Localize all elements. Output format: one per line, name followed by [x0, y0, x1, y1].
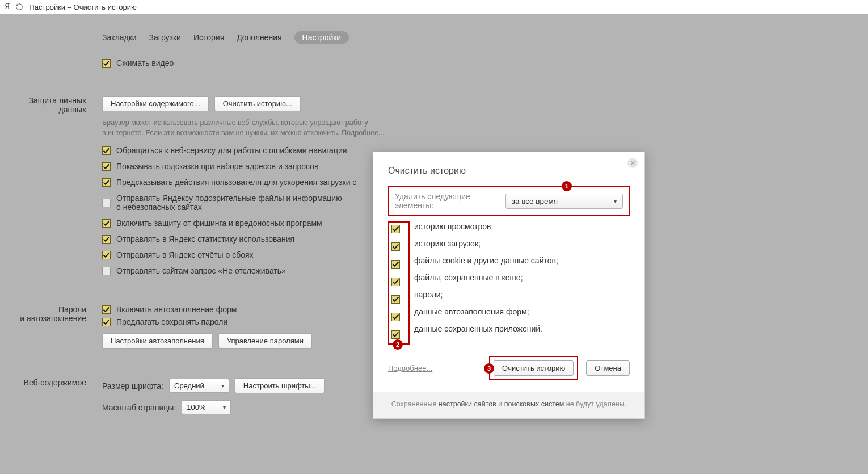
- dialog-checkbox-5[interactable]: [391, 313, 400, 321]
- page-zoom-select[interactable]: 100% ▾: [182, 400, 230, 414]
- dialog-title: Очистить историю: [388, 166, 630, 176]
- privacy-option-label: Отправлять в Яндекс отчёты о сбоях: [116, 250, 254, 259]
- dialog-checkbox-0[interactable]: [391, 225, 400, 233]
- highlight-box-1: 1 Удалить следующие элементы: за все вре…: [388, 186, 630, 216]
- highlight-box-3: 3 Очистить историю: [489, 356, 578, 380]
- privacy-more-link[interactable]: Подробнее...: [342, 129, 384, 137]
- clear-history-button[interactable]: Очистить историю...: [214, 96, 301, 111]
- close-icon[interactable]: ✕: [627, 158, 638, 168]
- delete-elements-label: Удалить следующие элементы:: [395, 192, 498, 210]
- browser-logo: Я: [5, 2, 10, 11]
- highlight-box-2: 2: [388, 221, 410, 345]
- page-zoom-label: Масштаб страницы:: [102, 403, 176, 412]
- dialog-checkbox-2[interactable]: [391, 260, 400, 269]
- tabs-row: ЗакладкиЗагрузкиИсторияДополненияНастрой…: [102, 31, 868, 44]
- content-settings-button[interactable]: Настройки содержимого...: [102, 96, 209, 111]
- page-title: Настройки – Очистить историю: [29, 3, 136, 11]
- dialog-option-label: пароли;: [414, 290, 558, 299]
- tab-история[interactable]: История: [193, 33, 224, 42]
- tab-закладки[interactable]: Закладки: [102, 33, 137, 42]
- privacy-option-label: Показывать подсказки при наборе адресов …: [116, 162, 318, 171]
- font-size-label: Размер шрифта:: [102, 381, 163, 391]
- passwords-section-label: Пароли и автозаполнение: [17, 305, 102, 355]
- autofill-settings-button[interactable]: Настройки автозаполнения: [102, 333, 213, 349]
- clear-history-dialog: ✕ Очистить историю 1 Удалить следующие э…: [373, 152, 645, 419]
- privacy-option-label: Отправлять сайтам запрос «Не отслеживать…: [116, 266, 286, 275]
- compress-video-label: Сжимать видео: [116, 58, 174, 68]
- address-bar: Я Настройки – Очистить историю: [0, 0, 868, 14]
- privacy-checkbox-3[interactable]: [102, 199, 111, 207]
- tab-дополнения[interactable]: Дополнения: [237, 33, 281, 42]
- chevron-down-icon: ▾: [223, 404, 226, 410]
- privacy-checkbox-4[interactable]: [102, 219, 111, 228]
- annotation-marker-2: 2: [393, 339, 403, 350]
- time-range-select[interactable]: за все время ▾: [505, 194, 623, 209]
- dialog-option-label: данные автозаполнения форм;: [414, 307, 558, 316]
- annotation-marker-3: 3: [484, 363, 494, 374]
- manage-passwords-button[interactable]: Управление паролями: [218, 333, 312, 349]
- dialog-option-label: историю просмотров;: [414, 222, 558, 231]
- annotation-marker-1: 1: [562, 181, 572, 191]
- privacy-checkbox-0[interactable]: [102, 146, 111, 155]
- font-size-select[interactable]: Средний ▾: [169, 379, 229, 393]
- checkbox-autofill[interactable]: [102, 305, 111, 314]
- privacy-checkbox-5[interactable]: [102, 235, 111, 244]
- privacy-checkbox-6[interactable]: [102, 251, 111, 259]
- dialog-footer-note: Сохраненные настройки сайтов и поисковых…: [373, 392, 644, 418]
- dialog-clear-button[interactable]: Очистить историю: [494, 360, 574, 376]
- dialog-cancel-button[interactable]: Отмена: [586, 360, 630, 376]
- dialog-checkbox-3[interactable]: [391, 278, 400, 286]
- dialog-option-label: данные сохранённых приложений.: [414, 324, 558, 333]
- privacy-option-label: Обращаться к веб-сервису для работы с ош…: [116, 146, 347, 155]
- chevron-down-icon: ▾: [614, 198, 617, 204]
- privacy-section-label: Защита личных данных: [17, 96, 102, 282]
- chevron-down-icon: ▾: [221, 383, 224, 389]
- tab-загрузки[interactable]: Загрузки: [149, 33, 181, 42]
- save-passwords-label: Предлагать сохранять пароли: [116, 317, 227, 326]
- configure-fonts-button[interactable]: Настроить шрифты...: [235, 378, 325, 393]
- privacy-option-label: Предсказывать действия пользователя для …: [116, 178, 356, 187]
- dialog-option-label: историю загрузок;: [414, 239, 558, 248]
- tab-настройки[interactable]: Настройки: [294, 31, 349, 44]
- reload-icon[interactable]: [15, 3, 23, 11]
- checkbox-save-passwords[interactable]: [102, 318, 111, 326]
- autofill-label: Включить автозаполнение форм: [116, 305, 237, 314]
- privacy-checkbox-1[interactable]: [102, 162, 111, 171]
- dialog-option-label: файлы, сохранённые в кеше;: [414, 273, 558, 282]
- dialog-checkbox-1[interactable]: [391, 242, 400, 251]
- privacy-checkbox-2[interactable]: [102, 178, 111, 187]
- dialog-checkbox-6[interactable]: [391, 330, 400, 339]
- dialog-more-link[interactable]: Подробнее...: [388, 364, 432, 372]
- checkbox-compress-video[interactable]: [102, 59, 111, 68]
- dialog-option-label: файлы cookie и другие данные сайтов;: [414, 256, 558, 265]
- privacy-option-label: Отправлять Яндексу подозрительные файлы …: [116, 194, 342, 212]
- dialog-checkbox-4[interactable]: [391, 295, 400, 304]
- privacy-option-label: Включить защиту от фишинга и вредоносных…: [116, 219, 322, 228]
- privacy-option-label: Отправлять в Яндекс статистику использов…: [116, 234, 294, 244]
- privacy-checkbox-7[interactable]: [102, 267, 111, 275]
- privacy-description: Браузер может использовать различные веб…: [102, 118, 868, 138]
- web-content-section-label: Веб-содержимое: [17, 378, 102, 421]
